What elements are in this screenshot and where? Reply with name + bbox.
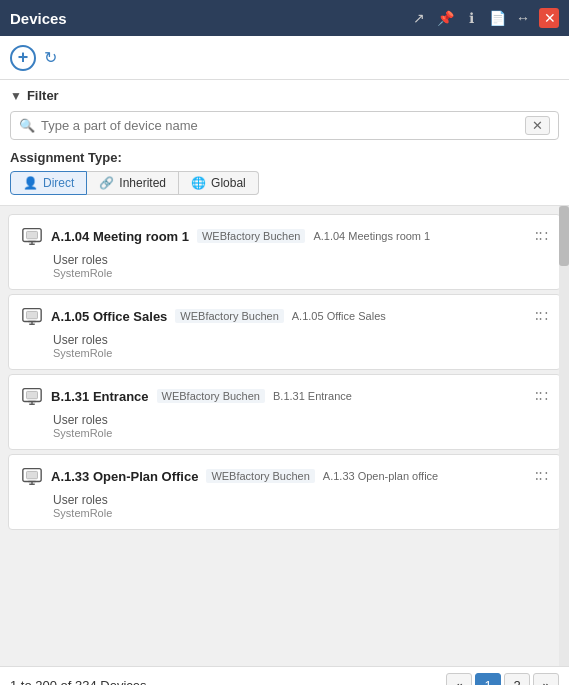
filter-section: ▼ Filter 🔍 ✕ Assignment Type: 👤 Direct 🔗…: [0, 80, 569, 206]
device-card: B.1.31 Entrance WEBfactory Buchen B.1.31…: [8, 374, 561, 450]
title-bar-actions: ↗ 📌 ℹ 📄 ↔ ✕: [409, 8, 559, 28]
device-tag1: WEBfactory Buchen: [175, 309, 283, 323]
device-card-body: User roles SystemRole: [21, 253, 548, 279]
pdf-icon[interactable]: 📄: [487, 10, 507, 26]
add-button[interactable]: +: [10, 45, 36, 71]
pin-icon[interactable]: 📌: [435, 10, 455, 26]
assignment-type-label: Assignment Type:: [10, 150, 559, 165]
device-card-body: User roles SystemRole: [21, 333, 548, 359]
filter-label: ▼ Filter: [10, 88, 559, 103]
device-tag2: A.1.33 Open-plan office: [323, 470, 438, 482]
inherited-label: Inherited: [119, 176, 166, 190]
device-role-sub: SystemRole: [53, 427, 548, 439]
close-icon[interactable]: ✕: [539, 8, 559, 28]
inherit-icon: 🔗: [99, 176, 114, 190]
info-icon[interactable]: ℹ: [461, 10, 481, 26]
device-role-label: User roles: [53, 413, 548, 427]
device-name: A.1.05 Office Sales: [51, 309, 167, 324]
pagination-prev-button[interactable]: «: [446, 673, 472, 686]
device-card-info: B.1.31 Entrance WEBfactory Buchen B.1.31…: [21, 385, 535, 407]
device-role-label: User roles: [53, 253, 548, 267]
device-tag1: WEBfactory Buchen: [157, 389, 265, 403]
device-tag2: A.1.04 Meetings room 1: [313, 230, 430, 242]
svg-rect-1: [27, 231, 38, 238]
device-name: A.1.33 Open-Plan Office: [51, 469, 198, 484]
device-card-body: User roles SystemRole: [21, 413, 548, 439]
refresh-button[interactable]: ↻: [44, 48, 57, 67]
assignment-direct-button[interactable]: 👤 Direct: [10, 171, 87, 195]
assignment-buttons: 👤 Direct 🔗 Inherited 🌐 Global: [10, 171, 559, 195]
pagination-bar: 1 to 200 of 334 Devices « 12 »: [0, 666, 569, 685]
direct-label: Direct: [43, 176, 74, 190]
device-card-header: A.1.33 Open-Plan Office WEBfactory Buche…: [21, 465, 548, 487]
device-icon: [21, 305, 43, 327]
filter-icon: ▼: [10, 89, 22, 103]
device-chain-icon[interactable]: ∶∷: [535, 388, 548, 404]
assignment-global-button[interactable]: 🌐 Global: [179, 171, 259, 195]
search-row: 🔍 ✕: [10, 111, 559, 140]
svg-rect-6: [27, 311, 38, 318]
global-label: Global: [211, 176, 246, 190]
device-tag1: WEBfactory Buchen: [197, 229, 305, 243]
device-icon: [21, 465, 43, 487]
pagination-controls: « 12 »: [446, 673, 559, 686]
device-card-info: A.1.05 Office Sales WEBfactory Buchen A.…: [21, 305, 535, 327]
device-role-sub: SystemRole: [53, 347, 548, 359]
device-tag2: A.1.05 Office Sales: [292, 310, 386, 322]
device-card-header: B.1.31 Entrance WEBfactory Buchen B.1.31…: [21, 385, 548, 407]
export-icon[interactable]: ↗: [409, 10, 429, 26]
device-name: B.1.31 Entrance: [51, 389, 149, 404]
device-role-label: User roles: [53, 333, 548, 347]
page-title: Devices: [10, 10, 67, 27]
scrollbar-track[interactable]: [559, 206, 569, 666]
search-icon: 🔍: [19, 118, 35, 133]
device-role-label: User roles: [53, 493, 548, 507]
svg-rect-16: [27, 471, 38, 478]
devices-list: A.1.04 Meeting room 1 WEBfactory Buchen …: [0, 206, 569, 666]
device-card: A.1.33 Open-Plan Office WEBfactory Buche…: [8, 454, 561, 530]
device-role-sub: SystemRole: [53, 507, 548, 519]
scrollbar-thumb[interactable]: [559, 206, 569, 266]
device-tag1: WEBfactory Buchen: [206, 469, 314, 483]
assignment-inherited-button[interactable]: 🔗 Inherited: [87, 171, 179, 195]
pagination-info: 1 to 200 of 334 Devices: [10, 678, 147, 685]
device-chain-icon[interactable]: ∶∷: [535, 468, 548, 484]
search-input[interactable]: [41, 118, 525, 133]
device-role-sub: SystemRole: [53, 267, 548, 279]
search-clear-button[interactable]: ✕: [525, 116, 550, 135]
device-card-body: User roles SystemRole: [21, 493, 548, 519]
device-icon: [21, 225, 43, 247]
pagination-next-button[interactable]: »: [533, 673, 559, 686]
device-card-header: A.1.04 Meeting room 1 WEBfactory Buchen …: [21, 225, 548, 247]
device-chain-icon[interactable]: ∶∷: [535, 308, 548, 324]
settings-icon[interactable]: ↔: [513, 10, 533, 26]
device-card-info: A.1.33 Open-Plan Office WEBfactory Buche…: [21, 465, 535, 487]
device-card: A.1.04 Meeting room 1 WEBfactory Buchen …: [8, 214, 561, 290]
pagination-page-1-button[interactable]: 1: [475, 673, 501, 686]
device-card-info: A.1.04 Meeting room 1 WEBfactory Buchen …: [21, 225, 535, 247]
toolbar: + ↻: [0, 36, 569, 80]
pagination-page-2-button[interactable]: 2: [504, 673, 530, 686]
title-bar: Devices ↗ 📌 ℹ 📄 ↔ ✕: [0, 0, 569, 36]
device-card: A.1.05 Office Sales WEBfactory Buchen A.…: [8, 294, 561, 370]
device-tag2: B.1.31 Entrance: [273, 390, 352, 402]
device-icon: [21, 385, 43, 407]
device-card-header: A.1.05 Office Sales WEBfactory Buchen A.…: [21, 305, 548, 327]
device-name: A.1.04 Meeting room 1: [51, 229, 189, 244]
device-chain-icon[interactable]: ∶∷: [535, 228, 548, 244]
svg-rect-11: [27, 391, 38, 398]
globe-icon: 🌐: [191, 176, 206, 190]
user-icon: 👤: [23, 176, 38, 190]
